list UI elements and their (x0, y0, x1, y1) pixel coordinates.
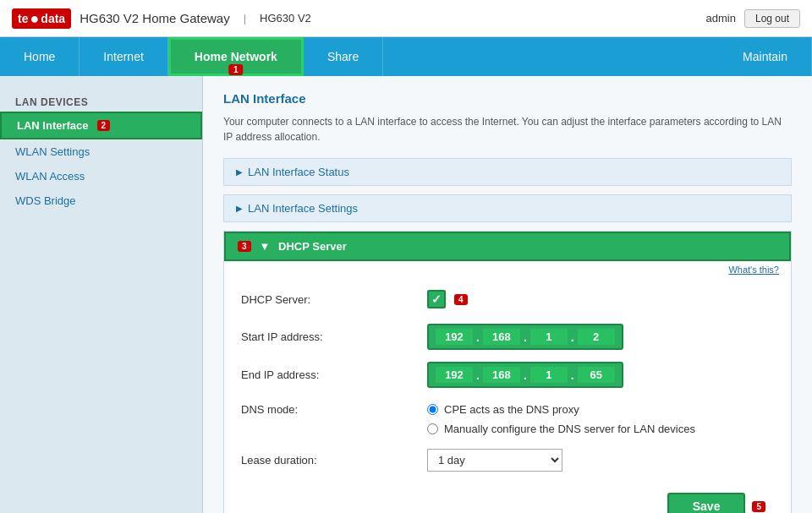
dns-mode-control: CPE acts as the DNS proxy Manually confi… (427, 403, 695, 435)
dhcp-header-label: DHCP Server (275, 240, 346, 253)
admin-label: admin (706, 12, 736, 25)
sidebar-item-wlan-access[interactable]: WLAN Access (0, 164, 202, 188)
start-ip-group: . . . (427, 324, 623, 350)
nav-maintain[interactable]: Maintain (719, 37, 812, 76)
dhcp-server-control: ✓ 4 (427, 290, 468, 308)
end-ip-label: End IP address: (241, 368, 427, 381)
lease-select[interactable]: 1 day 12 hours 6 hours 1 hour 30 minutes (427, 449, 562, 472)
collapse-arrow-settings: ▶ (236, 204, 243, 213)
end-ip-oct3[interactable] (530, 367, 568, 383)
lan-status-header[interactable]: ▶ LAN Interface Status (224, 159, 791, 185)
content-area: LAN Interface Your computer connects to … (203, 76, 812, 513)
dhcp-section: 3 ▼ DHCP Server What's this? DHCP Server… (223, 231, 792, 513)
lan-settings-header[interactable]: ▶ LAN Interface Settings (224, 195, 791, 221)
dhcp-badge-3: 3 (238, 241, 251, 252)
page-desc: Your computer connects to a LAN interfac… (223, 114, 792, 145)
end-ip-oct1[interactable] (436, 367, 473, 383)
dns-option1-radio[interactable] (427, 404, 438, 415)
lan-settings-section: ▶ LAN Interface Settings (223, 194, 792, 222)
dns-mode-row: DNS mode: CPE acts as the DNS proxy Manu… (241, 400, 774, 435)
sidebar-item-wds-bridge[interactable]: WDS Bridge (0, 188, 202, 213)
lan-settings-label: LAN Interface Settings (248, 202, 358, 215)
nav-internet[interactable]: Internet (80, 37, 167, 76)
nav-share[interactable]: Share (304, 37, 383, 76)
header-model: HG630 V2 (260, 12, 311, 25)
dns-mode-label: DNS mode: (241, 403, 427, 416)
sidebar: LAN Devices LAN Interface 2 WLAN Setting… (0, 76, 203, 513)
header-title: HG630 V2 Home Gateway (80, 11, 230, 25)
dhcp-collapse-arrow: ▼ (260, 240, 271, 253)
lease-label: Lease duration: (241, 454, 427, 467)
dhcp-server-row: DHCP Server: ✓ 4 (241, 287, 774, 312)
dns-option1-row: CPE acts as the DNS proxy (427, 403, 695, 416)
dns-radio-group: CPE acts as the DNS proxy Manually confi… (427, 403, 695, 435)
dns-option2-label[interactable]: Manually configure the DNS server for LA… (444, 423, 695, 435)
logo-dot: ● (30, 11, 39, 26)
dhcp-checkbox-badge: 4 (454, 294, 468, 305)
check-mark: ✓ (431, 292, 442, 306)
start-ip-oct3[interactable] (530, 329, 568, 345)
logo-suffix: data (41, 12, 65, 25)
logo: te ● data (12, 8, 71, 29)
dhcp-checkbox[interactable]: ✓ (427, 290, 446, 308)
dhcp-form: DHCP Server: ✓ 4 Start IP address: (224, 278, 791, 513)
start-ip-oct4[interactable] (578, 329, 615, 345)
lan-status-label: LAN Interface Status (248, 166, 349, 178)
lease-control: 1 day 12 hours 6 hours 1 hour 30 minutes (427, 449, 562, 472)
logo-area: te ● data (12, 8, 71, 29)
nav-home-network[interactable]: Home Network 1 (168, 37, 304, 76)
sidebar-heading: LAN Devices (0, 90, 202, 112)
nav-badge-1: 1 (228, 64, 244, 75)
end-ip-control: . . . (427, 362, 623, 388)
nav-bar: Home Internet Home Network 1 Share Maint… (0, 37, 812, 76)
header-divider: | (244, 12, 246, 25)
dhcp-header[interactable]: 3 ▼ DHCP Server (224, 232, 791, 261)
start-ip-control: . . . (427, 324, 623, 350)
dns-option1-label[interactable]: CPE acts as the DNS proxy (444, 403, 579, 416)
end-ip-row: End IP address: . . . (241, 362, 774, 388)
save-button[interactable]: Save (667, 493, 746, 513)
collapse-arrow-status: ▶ (236, 167, 243, 177)
logout-button[interactable]: Log out (744, 9, 800, 28)
sidebar-item-lan-interface[interactable]: LAN Interface 2 (0, 112, 202, 139)
save-row: Save 5 (241, 484, 774, 513)
header: te ● data HG630 V2 Home Gateway | HG630 … (0, 0, 812, 37)
dhcp-server-label: DHCP Server: (241, 293, 427, 306)
start-ip-row: Start IP address: . . . (241, 324, 774, 350)
start-ip-oct2[interactable] (483, 329, 520, 345)
sidebar-item-wlan-settings[interactable]: WLAN Settings (0, 139, 202, 164)
whats-this-link[interactable]: What's this? (224, 261, 791, 278)
lan-status-section: ▶ LAN Interface Status (223, 158, 792, 186)
page-title: LAN Interface (223, 91, 792, 106)
header-right: admin Log out (706, 9, 800, 28)
sidebar-badge-2: 2 (97, 120, 111, 131)
save-badge: 5 (752, 501, 765, 512)
header-left: te ● data HG630 V2 Home Gateway | HG630 … (12, 8, 311, 29)
dns-option2-radio[interactable] (427, 423, 438, 434)
logo-text: te (18, 12, 28, 25)
end-ip-oct2[interactable] (483, 367, 520, 383)
dns-option2-row: Manually configure the DNS server for LA… (427, 423, 695, 435)
start-ip-label: Start IP address: (241, 330, 427, 343)
end-ip-oct4[interactable] (578, 367, 615, 383)
nav-home[interactable]: Home (0, 37, 80, 76)
lease-row: Lease duration: 1 day 12 hours 6 hours 1… (241, 447, 774, 472)
end-ip-group: . . . (427, 362, 623, 388)
start-ip-oct1[interactable] (436, 329, 473, 345)
main-layout: LAN Devices LAN Interface 2 WLAN Setting… (0, 76, 812, 513)
